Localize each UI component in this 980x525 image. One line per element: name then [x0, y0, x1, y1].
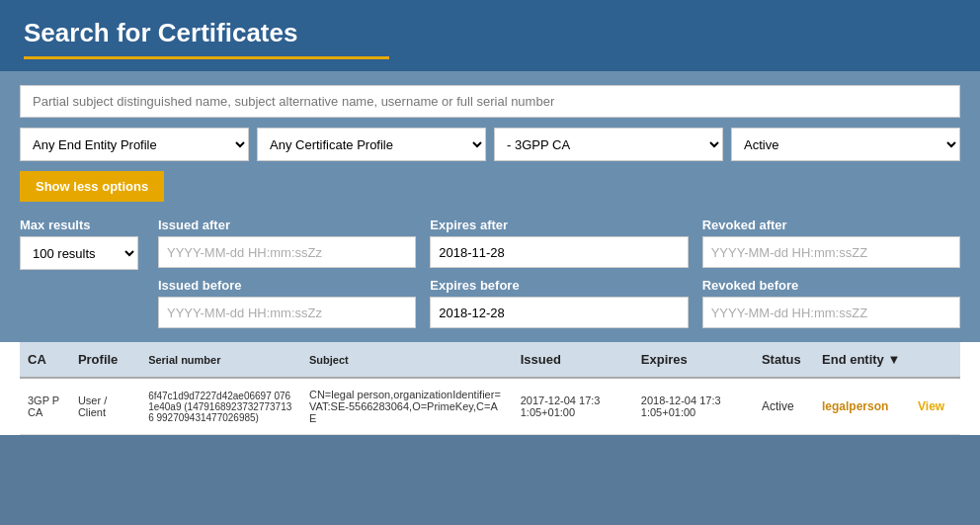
cell-issued: 2017-12-04 17:3 1:05+01:00 [513, 378, 633, 435]
filter-row: Any End Entity Profile Any Certificate P… [20, 128, 960, 161]
expires-before-label: Expires before [430, 278, 688, 293]
issued-before-group: Issued before [158, 278, 416, 328]
cell-view[interactable]: View [910, 378, 960, 435]
revoked-after-group: Revoked after [702, 218, 960, 268]
expires-before-input[interactable] [430, 297, 688, 328]
certificate-profile-select[interactable]: Any Certificate Profile [257, 128, 486, 161]
content-area: Any End Entity Profile Any Certificate P… [0, 71, 980, 435]
col-header-ca: CA [20, 342, 70, 378]
status-select[interactable]: Active [731, 128, 960, 161]
cell-end-entity[interactable]: legalperson [814, 378, 910, 435]
col-header-serial: Serial number [140, 342, 301, 378]
cell-subject: CN=legal person,organizationIdentifier=V… [301, 378, 513, 435]
expires-before-group: Expires before [430, 278, 688, 328]
issued-after-input[interactable] [158, 236, 416, 268]
expires-after-input[interactable] [430, 236, 688, 268]
max-results-select[interactable]: 100 results [20, 236, 138, 270]
issued-after-group: Issued after [158, 218, 416, 268]
results-table-wrapper: CA Profile Serial number Subject Issued … [0, 342, 980, 435]
col-header-subject: Subject [301, 342, 513, 378]
col-header-status: Status [754, 342, 814, 378]
page-header: Search for Certificates [0, 0, 980, 71]
issued-after-label: Issued after [158, 218, 416, 232]
page-title: Search for Certificates [24, 18, 956, 48]
issued-before-label: Issued before [158, 278, 416, 293]
advanced-options: Max results 100 results Issued after Exp… [20, 218, 960, 328]
revoked-after-label: Revoked after [702, 218, 960, 232]
expires-after-label: Expires after [430, 218, 688, 232]
table-row: 3GP P CA User / Client 6f47c1d9d7227d42a… [20, 378, 960, 435]
expires-after-group: Expires after [430, 218, 688, 268]
cell-profile: User / Client [70, 378, 140, 435]
end-entity-profile-select[interactable]: Any End Entity Profile [20, 128, 249, 161]
issued-before-input[interactable] [158, 297, 416, 328]
col-header-view [910, 342, 960, 378]
results-table: CA Profile Serial number Subject Issued … [20, 342, 960, 435]
date-row-1: Issued after Expires after Revoked after [158, 218, 960, 268]
date-fields: Issued after Expires after Revoked after… [158, 218, 960, 328]
revoked-before-input[interactable] [702, 297, 960, 328]
search-input[interactable] [20, 85, 960, 118]
table-header-row: CA Profile Serial number Subject Issued … [20, 342, 960, 378]
cell-serial: 6f47c1d9d7227d42ae06697 0761e40a9 (14791… [140, 378, 301, 435]
revoked-before-group: Revoked before [702, 278, 960, 328]
ca-select[interactable]: - 3GPP CA [494, 128, 723, 161]
col-header-end-entity[interactable]: End entity ▼ [814, 342, 910, 378]
revoked-after-input[interactable] [702, 236, 960, 268]
max-results-group: Max results 100 results [20, 218, 138, 270]
show-less-options-button[interactable]: Show less options [20, 171, 164, 202]
cell-expires: 2018-12-04 17:3 1:05+01:00 [633, 378, 754, 435]
col-header-issued: Issued [513, 342, 633, 378]
col-header-expires: Expires [633, 342, 754, 378]
col-header-profile: Profile [70, 342, 140, 378]
cell-status: Active [754, 378, 814, 435]
header-divider [24, 56, 389, 59]
max-results-label: Max results [20, 218, 138, 232]
date-row-2: Issued before Expires before Revoked bef… [158, 278, 960, 328]
revoked-before-label: Revoked before [702, 278, 960, 293]
cell-ca: 3GP P CA [20, 378, 70, 435]
